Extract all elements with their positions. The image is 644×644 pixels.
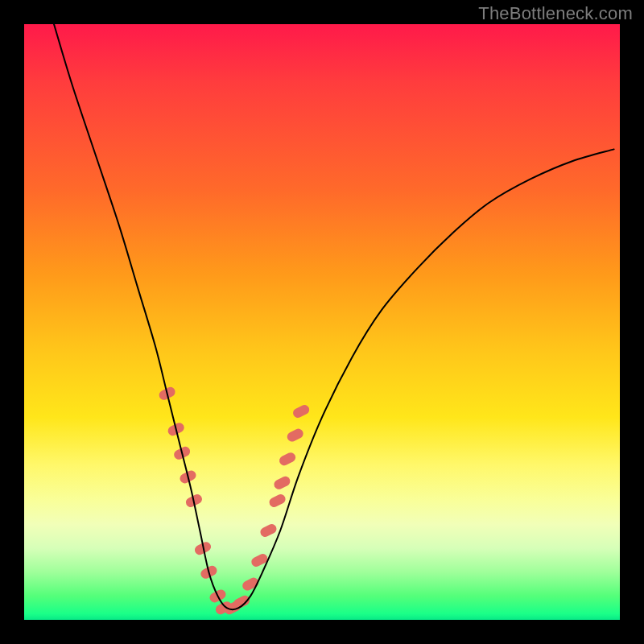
watermark-text: TheBottleneck.com	[478, 3, 633, 24]
plot-area	[24, 24, 620, 620]
highlight-dots	[164, 392, 305, 609]
highlight-dot	[292, 434, 299, 437]
highlight-dot	[275, 499, 281, 502]
highlight-dot	[298, 410, 304, 413]
highlight-dot	[256, 559, 262, 562]
chart-frame: TheBottleneck.com	[0, 0, 644, 644]
highlight-dot	[247, 583, 254, 586]
curve-svg	[24, 24, 620, 620]
highlight-dot	[284, 457, 291, 460]
highlight-dot	[265, 529, 271, 532]
highlight-dot	[279, 481, 285, 485]
bottleneck-curve	[54, 24, 614, 609]
